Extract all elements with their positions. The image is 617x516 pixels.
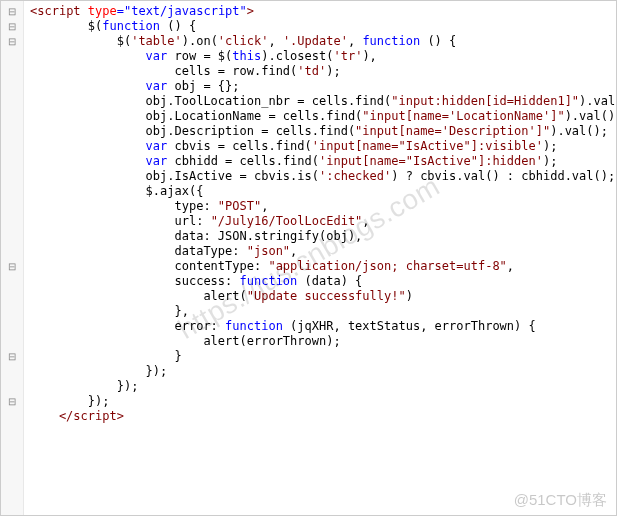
fold-spacer: [0, 409, 23, 424]
fold-toggle[interactable]: ⊟: [0, 19, 23, 34]
code-line: alert(errorThrown);: [30, 334, 617, 349]
code-line: url: "/July16/ToolLocEdit",: [30, 214, 617, 229]
code-line: });: [30, 379, 617, 394]
code-line: },: [30, 304, 617, 319]
fold-gutter: ⊟ ⊟ ⊟ ⊟ ⊟ ⊟: [0, 0, 24, 516]
fold-spacer: [0, 49, 23, 64]
code-line: });: [30, 364, 617, 379]
code-line: <script type="text/javascript">: [30, 4, 617, 19]
fold-spacer: [0, 484, 23, 499]
fold-spacer: [0, 94, 23, 109]
code-line: error: function (jqXHR, textStatus, erro…: [30, 319, 617, 334]
fold-toggle[interactable]: ⊟: [0, 4, 23, 19]
code-line: var row = $(this).closest('tr'),: [30, 49, 617, 64]
fold-spacer: [0, 424, 23, 439]
fold-toggle[interactable]: ⊟: [0, 394, 23, 409]
fold-spacer: [0, 79, 23, 94]
code-line: }: [30, 349, 617, 364]
code-line: var obj = {};: [30, 79, 617, 94]
fold-spacer: [0, 154, 23, 169]
code-line: obj.IsActive = cbvis.is(':checked') ? cb…: [30, 169, 617, 184]
fold-spacer: [0, 364, 23, 379]
fold-toggle[interactable]: ⊟: [0, 349, 23, 364]
fold-spacer: [0, 454, 23, 469]
code-line: dataType: "json",: [30, 244, 617, 259]
fold-toggle[interactable]: ⊟: [0, 259, 23, 274]
code-line: alert("Update successfully!"): [30, 289, 617, 304]
fold-spacer: [0, 379, 23, 394]
fold-toggle[interactable]: ⊟: [0, 34, 23, 49]
fold-spacer: [0, 124, 23, 139]
code-area[interactable]: <script type="text/javascript"> $(functi…: [24, 0, 617, 516]
fold-spacer: [0, 169, 23, 184]
fold-spacer: [0, 289, 23, 304]
fold-spacer: [0, 184, 23, 199]
code-line: cells = row.find('td');: [30, 64, 617, 79]
code-line: $(function () {: [30, 19, 617, 34]
fold-spacer: [0, 244, 23, 259]
code-line: obj.Description = cells.find("input[name…: [30, 124, 617, 139]
code-line: $('table').on('click', '.Update', functi…: [30, 34, 617, 49]
fold-spacer: [0, 319, 23, 334]
fold-spacer: [0, 229, 23, 244]
code-line: contentType: "application/json; charset=…: [30, 259, 617, 274]
fold-spacer: [0, 304, 23, 319]
code-line: });: [30, 394, 617, 409]
fold-spacer: [0, 214, 23, 229]
code-line: obj.ToolLocation_nbr = cells.find("input…: [30, 94, 617, 109]
fold-spacer: [0, 139, 23, 154]
code-line: </script>: [30, 409, 617, 424]
code-line: data: JSON.stringify(obj),: [30, 229, 617, 244]
code-line: $.ajax({: [30, 184, 617, 199]
fold-spacer: [0, 439, 23, 454]
code-line: obj.LocationName = cells.find("input[nam…: [30, 109, 617, 124]
fold-spacer: [0, 334, 23, 349]
code-line: type: "POST",: [30, 199, 617, 214]
fold-spacer: [0, 64, 23, 79]
code-line: var cbhidd = cells.find('input[name="IsA…: [30, 154, 617, 169]
code-line: var cbvis = cells.find('input[name="IsAc…: [30, 139, 617, 154]
fold-spacer: [0, 199, 23, 214]
fold-spacer: [0, 469, 23, 484]
code-editor: ⊟ ⊟ ⊟ ⊟ ⊟ ⊟ <script type="text/javascrip: [0, 0, 617, 516]
fold-spacer: [0, 109, 23, 124]
code-line: success: function (data) {: [30, 274, 617, 289]
fold-spacer: [0, 274, 23, 289]
